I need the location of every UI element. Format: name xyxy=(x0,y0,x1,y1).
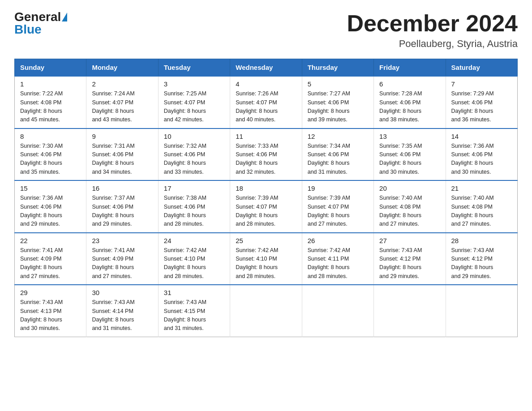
day-info: Sunrise: 7:36 AMSunset: 4:06 PMDaylight:… xyxy=(20,195,63,227)
table-row: 11 Sunrise: 7:33 AMSunset: 4:06 PMDaylig… xyxy=(230,128,302,181)
day-info: Sunrise: 7:40 AMSunset: 4:08 PMDaylight:… xyxy=(379,195,422,227)
day-number: 14 xyxy=(451,133,512,140)
table-row: 19 Sunrise: 7:39 AMSunset: 4:07 PMDaylig… xyxy=(302,180,373,233)
day-number: 27 xyxy=(379,237,440,244)
page-header: General Blue December 2024 Poellauberg, … xyxy=(14,11,518,50)
day-info: Sunrise: 7:35 AMSunset: 4:06 PMDaylight:… xyxy=(379,143,422,175)
table-row: 17 Sunrise: 7:38 AMSunset: 4:06 PMDaylig… xyxy=(158,180,230,233)
day-number: 6 xyxy=(379,80,440,88)
day-info: Sunrise: 7:32 AMSunset: 4:06 PMDaylight:… xyxy=(164,143,206,175)
day-info: Sunrise: 7:43 AMSunset: 4:12 PMDaylight:… xyxy=(379,247,422,279)
title-block: December 2024 Poellauberg, Styria, Austr… xyxy=(347,11,518,50)
calendar-week-row: 15 Sunrise: 7:36 AMSunset: 4:06 PMDaylig… xyxy=(15,180,518,233)
day-info: Sunrise: 7:38 AMSunset: 4:06 PMDaylight:… xyxy=(164,195,206,227)
table-row: 9 Sunrise: 7:31 AMSunset: 4:06 PMDayligh… xyxy=(86,128,158,181)
day-info: Sunrise: 7:43 AMSunset: 4:12 PMDaylight:… xyxy=(451,247,494,279)
table-row: 15 Sunrise: 7:36 AMSunset: 4:06 PMDaylig… xyxy=(15,180,86,233)
day-number: 23 xyxy=(92,237,152,244)
table-row: 31 Sunrise: 7:43 AMSunset: 4:15 PMDaylig… xyxy=(158,285,230,337)
day-info: Sunrise: 7:41 AMSunset: 4:09 PMDaylight:… xyxy=(20,247,63,279)
day-number: 28 xyxy=(451,237,512,244)
day-number: 25 xyxy=(236,237,296,244)
day-info: Sunrise: 7:42 AMSunset: 4:10 PMDaylight:… xyxy=(236,247,278,279)
table-row: 22 Sunrise: 7:41 AMSunset: 4:09 PMDaylig… xyxy=(15,233,86,285)
day-info: Sunrise: 7:22 AMSunset: 4:08 PMDaylight:… xyxy=(20,90,63,123)
table-row: 26 Sunrise: 7:42 AMSunset: 4:11 PMDaylig… xyxy=(302,233,373,285)
day-number: 4 xyxy=(236,80,296,88)
day-number: 30 xyxy=(92,289,152,296)
day-info: Sunrise: 7:27 AMSunset: 4:06 PMDaylight:… xyxy=(308,90,350,123)
table-row xyxy=(302,285,373,337)
table-row: 12 Sunrise: 7:34 AMSunset: 4:06 PMDaylig… xyxy=(302,128,373,181)
day-number: 1 xyxy=(20,80,81,88)
day-info: Sunrise: 7:30 AMSunset: 4:06 PMDaylight:… xyxy=(20,143,63,175)
calendar-table: Sunday Monday Tuesday Wednesday Thursday… xyxy=(14,59,518,337)
calendar-week-row: 8 Sunrise: 7:30 AMSunset: 4:06 PMDayligh… xyxy=(15,128,518,181)
logo: General Blue xyxy=(14,11,67,36)
day-info: Sunrise: 7:41 AMSunset: 4:09 PMDaylight:… xyxy=(92,247,134,279)
day-number: 2 xyxy=(92,80,152,88)
col-friday: Friday xyxy=(374,59,446,77)
table-row: 16 Sunrise: 7:37 AMSunset: 4:06 PMDaylig… xyxy=(86,180,158,233)
table-row: 8 Sunrise: 7:30 AMSunset: 4:06 PMDayligh… xyxy=(15,128,86,181)
table-row xyxy=(446,285,517,337)
day-number: 10 xyxy=(164,133,224,140)
calendar-subtitle: Poellauberg, Styria, Austria xyxy=(347,38,518,50)
day-info: Sunrise: 7:42 AMSunset: 4:10 PMDaylight:… xyxy=(164,247,206,279)
day-info: Sunrise: 7:28 AMSunset: 4:06 PMDaylight:… xyxy=(379,90,422,123)
day-info: Sunrise: 7:43 AMSunset: 4:15 PMDaylight:… xyxy=(164,299,206,331)
day-info: Sunrise: 7:39 AMSunset: 4:07 PMDaylight:… xyxy=(308,195,350,227)
day-number: 16 xyxy=(92,184,152,192)
table-row: 20 Sunrise: 7:40 AMSunset: 4:08 PMDaylig… xyxy=(374,180,446,233)
day-info: Sunrise: 7:29 AMSunset: 4:06 PMDaylight:… xyxy=(451,90,494,123)
table-row: 3 Sunrise: 7:25 AMSunset: 4:07 PMDayligh… xyxy=(158,76,230,128)
day-info: Sunrise: 7:31 AMSunset: 4:06 PMDaylight:… xyxy=(92,143,134,175)
calendar-week-row: 1 Sunrise: 7:22 AMSunset: 4:08 PMDayligh… xyxy=(15,76,518,128)
table-row: 24 Sunrise: 7:42 AMSunset: 4:10 PMDaylig… xyxy=(158,233,230,285)
calendar-week-row: 22 Sunrise: 7:41 AMSunset: 4:09 PMDaylig… xyxy=(15,233,518,285)
table-row: 2 Sunrise: 7:24 AMSunset: 4:07 PMDayligh… xyxy=(86,76,158,128)
table-row xyxy=(374,285,446,337)
day-info: Sunrise: 7:43 AMSunset: 4:14 PMDaylight:… xyxy=(92,299,134,331)
day-info: Sunrise: 7:42 AMSunset: 4:11 PMDaylight:… xyxy=(308,247,350,279)
table-row: 18 Sunrise: 7:39 AMSunset: 4:07 PMDaylig… xyxy=(230,180,302,233)
day-number: 31 xyxy=(164,289,224,296)
table-row xyxy=(230,285,302,337)
col-monday: Monday xyxy=(86,59,158,77)
day-info: Sunrise: 7:34 AMSunset: 4:06 PMDaylight:… xyxy=(308,143,350,175)
day-number: 3 xyxy=(164,80,224,88)
day-info: Sunrise: 7:40 AMSunset: 4:08 PMDaylight:… xyxy=(451,195,494,227)
table-row: 30 Sunrise: 7:43 AMSunset: 4:14 PMDaylig… xyxy=(86,285,158,337)
day-number: 19 xyxy=(308,184,368,192)
day-info: Sunrise: 7:33 AMSunset: 4:06 PMDaylight:… xyxy=(236,143,278,175)
day-number: 26 xyxy=(308,237,368,244)
logo-general-text: General xyxy=(14,11,61,23)
table-row: 14 Sunrise: 7:36 AMSunset: 4:06 PMDaylig… xyxy=(446,128,517,181)
day-number: 18 xyxy=(236,184,296,192)
table-row: 6 Sunrise: 7:28 AMSunset: 4:06 PMDayligh… xyxy=(374,76,446,128)
col-saturday: Saturday xyxy=(446,59,517,77)
table-row: 13 Sunrise: 7:35 AMSunset: 4:06 PMDaylig… xyxy=(374,128,446,181)
table-row: 1 Sunrise: 7:22 AMSunset: 4:08 PMDayligh… xyxy=(15,76,86,128)
day-number: 15 xyxy=(20,184,81,192)
day-number: 11 xyxy=(236,133,296,140)
day-number: 22 xyxy=(20,237,81,244)
table-row: 25 Sunrise: 7:42 AMSunset: 4:10 PMDaylig… xyxy=(230,233,302,285)
table-row: 29 Sunrise: 7:43 AMSunset: 4:13 PMDaylig… xyxy=(15,285,86,337)
day-number: 7 xyxy=(451,80,512,88)
table-row: 7 Sunrise: 7:29 AMSunset: 4:06 PMDayligh… xyxy=(446,76,517,128)
col-wednesday: Wednesday xyxy=(230,59,302,77)
calendar-week-row: 29 Sunrise: 7:43 AMSunset: 4:13 PMDaylig… xyxy=(15,285,518,337)
day-number: 29 xyxy=(20,289,81,296)
logo-triangle-icon xyxy=(62,13,67,21)
day-info: Sunrise: 7:36 AMSunset: 4:06 PMDaylight:… xyxy=(451,143,494,175)
day-number: 12 xyxy=(308,133,368,140)
day-info: Sunrise: 7:37 AMSunset: 4:06 PMDaylight:… xyxy=(92,195,134,227)
day-number: 13 xyxy=(379,133,440,140)
col-tuesday: Tuesday xyxy=(158,59,230,77)
col-thursday: Thursday xyxy=(302,59,373,77)
table-row: 5 Sunrise: 7:27 AMSunset: 4:06 PMDayligh… xyxy=(302,76,373,128)
calendar-header-row: Sunday Monday Tuesday Wednesday Thursday… xyxy=(15,59,518,77)
day-number: 24 xyxy=(164,237,224,244)
day-info: Sunrise: 7:39 AMSunset: 4:07 PMDaylight:… xyxy=(236,195,278,227)
